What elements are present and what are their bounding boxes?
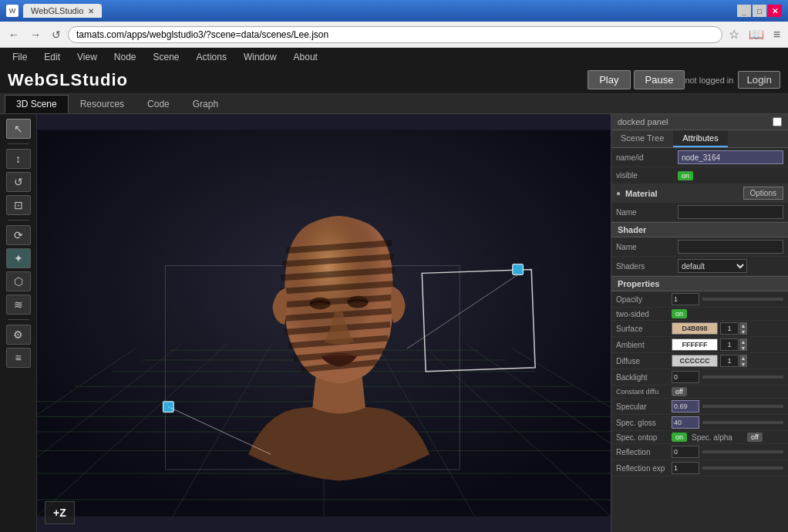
- left-toolbar: ↖ ↕ ↺ ⊡ ⟳ ✦ ⬡ ≋ ⚙ ≡: [0, 114, 37, 532]
- tool-light[interactable]: ✦: [6, 248, 31, 268]
- diffuse-swatch[interactable]: CCCCCC: [672, 355, 718, 367]
- prop-diffuse: Diffuse CCCCCC ▲ ▼: [611, 353, 788, 369]
- specular-track[interactable]: [702, 405, 783, 408]
- shader-name-input[interactable]: [678, 240, 783, 254]
- forward-button[interactable]: →: [26, 27, 45, 42]
- mat-name-input[interactable]: [678, 205, 783, 219]
- ambient-up[interactable]: ▲: [739, 338, 747, 345]
- refresh-button[interactable]: ↺: [48, 27, 65, 42]
- 3d-viewport[interactable]: +Z: [37, 114, 611, 532]
- backlight-input[interactable]: [672, 371, 699, 383]
- tab-attributes[interactable]: Attributes: [673, 130, 727, 147]
- tab-graph[interactable]: Graph: [181, 95, 230, 113]
- svg-line-23: [282, 257, 393, 264]
- reflectionexp-track[interactable]: [702, 466, 783, 470]
- specgloss-track[interactable]: [702, 421, 783, 424]
- menu-view[interactable]: View: [69, 50, 105, 64]
- diffuse-up[interactable]: ▲: [739, 355, 747, 361]
- pause-button[interactable]: Pause: [634, 70, 685, 89]
- scene-canvas: [37, 114, 611, 532]
- tool-move[interactable]: ↕: [6, 149, 31, 169]
- svg-line-24: [281, 270, 394, 278]
- constdiff-badge[interactable]: off: [672, 387, 687, 396]
- surface-num-input[interactable]: [720, 322, 739, 335]
- svg-rect-20: [165, 266, 460, 470]
- maximize-button[interactable]: □: [753, 5, 766, 17]
- svg-line-37: [168, 407, 271, 455]
- browser-menu-icon[interactable]: ≡: [770, 26, 783, 43]
- main-area: ↖ ↕ ↺ ⊡ ⟳ ✦ ⬡ ≋ ⚙ ≡: [0, 114, 788, 532]
- prop-surface: Surface D4B898 ▲ ▼: [611, 321, 788, 337]
- back-button[interactable]: ←: [5, 27, 23, 42]
- name-id-input[interactable]: [678, 150, 783, 164]
- menu-about[interactable]: About: [286, 50, 325, 64]
- tool-scale[interactable]: ⊡: [6, 195, 31, 215]
- tool-camera[interactable]: ⟳: [6, 225, 31, 245]
- tool-rotate[interactable]: ↺: [6, 172, 31, 192]
- panel-toggle[interactable]: [773, 117, 782, 126]
- opacity-input[interactable]: [672, 293, 699, 305]
- surface-swatch[interactable]: D4B898: [672, 322, 718, 335]
- menu-window[interactable]: Window: [236, 50, 285, 64]
- specular-input[interactable]: [672, 400, 699, 412]
- tool-paint[interactable]: ≋: [6, 295, 31, 315]
- tool-select[interactable]: ↖: [6, 119, 31, 139]
- browser-tab[interactable]: WebGLStudio ✕: [23, 4, 102, 18]
- panel-tabs: Scene Tree Attributes: [611, 130, 788, 148]
- menu-edit[interactable]: Edit: [36, 50, 68, 64]
- tool-settings[interactable]: ⚙: [6, 325, 31, 345]
- svg-line-29: [288, 338, 388, 346]
- reader-icon[interactable]: 📖: [746, 25, 767, 43]
- tab-close-icon[interactable]: ✕: [88, 7, 94, 15]
- tool-list[interactable]: ≡: [6, 348, 31, 368]
- svg-line-19: [513, 348, 611, 516]
- axis-indicator: +Z: [45, 501, 75, 524]
- tab-3dscene[interactable]: 3D Scene: [5, 95, 69, 113]
- url-input[interactable]: [68, 26, 722, 43]
- menu-file[interactable]: File: [5, 50, 35, 64]
- opacity-track[interactable]: [702, 298, 783, 301]
- menu-node[interactable]: Node: [106, 50, 144, 64]
- svg-line-31: [301, 362, 379, 370]
- reflection-input[interactable]: [672, 446, 699, 458]
- ambient-swatch[interactable]: FFFFFF: [672, 338, 718, 351]
- prop-specontop: Spec. ontop on Spec. alpha off: [611, 431, 788, 444]
- diffuse-num-input[interactable]: [720, 355, 739, 367]
- ambient-num-input[interactable]: [720, 338, 739, 351]
- svg-point-21: [271, 432, 406, 462]
- login-button[interactable]: Login: [738, 71, 780, 89]
- surface-up[interactable]: ▲: [739, 322, 747, 328]
- menu-scene[interactable]: Scene: [146, 50, 187, 64]
- tab-scene-tree[interactable]: Scene Tree: [611, 130, 673, 147]
- reflectionexp-input[interactable]: [672, 462, 699, 474]
- ambient-down[interactable]: ▼: [739, 345, 747, 351]
- backlight-track[interactable]: [702, 375, 783, 379]
- prop-shader-name: Name: [611, 237, 788, 257]
- specgloss-input[interactable]: [672, 416, 699, 429]
- svg-point-32: [309, 298, 330, 310]
- tab-code[interactable]: Code: [136, 95, 181, 113]
- svg-rect-0: [37, 130, 611, 516]
- login-area: not logged in Login: [685, 71, 780, 89]
- prop-opacity: Opacity: [611, 291, 788, 308]
- diffuse-down[interactable]: ▼: [739, 361, 747, 367]
- tool-mesh[interactable]: ⬡: [6, 271, 31, 291]
- surface-down[interactable]: ▼: [739, 328, 747, 335]
- options-button[interactable]: Options: [743, 187, 783, 200]
- specalpha-badge[interactable]: off: [747, 433, 763, 442]
- prop-visible: visible on: [611, 167, 788, 184]
- app-title: WebGLStudio: [8, 70, 588, 90]
- close-button[interactable]: ✕: [768, 5, 782, 17]
- specontop-badge[interactable]: on: [672, 433, 687, 442]
- twosided-badge[interactable]: on: [672, 309, 687, 318]
- tab-resources[interactable]: Resources: [69, 95, 136, 113]
- reflection-track[interactable]: [702, 450, 783, 453]
- name-id-label: name/id: [616, 153, 678, 162]
- menu-actions[interactable]: Actions: [189, 50, 234, 64]
- surface-spinner: ▲ ▼: [720, 322, 747, 335]
- shaders-select[interactable]: default: [678, 259, 747, 273]
- visible-badge[interactable]: on: [678, 171, 693, 180]
- minimize-button[interactable]: _: [737, 5, 751, 17]
- bookmark-icon[interactable]: ☆: [726, 25, 743, 43]
- play-button[interactable]: Play: [588, 70, 630, 89]
